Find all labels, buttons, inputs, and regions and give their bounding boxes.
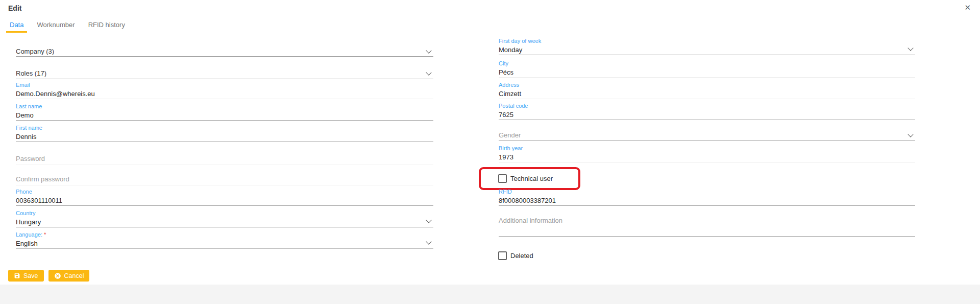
required-asterisk: *	[44, 231, 46, 238]
roles-select[interactable]: Roles (17)	[16, 70, 433, 79]
language-select[interactable]: Language: * English	[16, 231, 433, 249]
deleted-label: Deleted	[510, 252, 533, 260]
tab-worknumber[interactable]: Worknumber	[33, 19, 78, 33]
phone-input[interactable]: 0036301110011	[16, 197, 433, 204]
password-input[interactable]: Password	[16, 155, 433, 165]
footer-background	[0, 285, 980, 304]
technical-user-checkbox[interactable]	[498, 174, 507, 183]
dialog-title: Edit	[8, 4, 21, 12]
company-select-value: Company (3)	[16, 48, 433, 55]
language-select-value: English	[16, 240, 433, 247]
last-name-field[interactable]: Last name Demo	[16, 103, 433, 121]
first-name-label: First name	[16, 125, 433, 131]
cancel-button[interactable]: Cancel	[48, 270, 90, 282]
last-name-label: Last name	[16, 103, 433, 110]
gender-select-placeholder: Gender	[499, 132, 915, 139]
last-name-input[interactable]: Demo	[16, 112, 433, 119]
birth-year-input[interactable]: 1973	[499, 154, 915, 161]
email-field[interactable]: Email Demo.Dennis@whereis.eu	[16, 82, 433, 99]
city-label: City	[499, 60, 915, 67]
tab-rfid-history-label: RFID history	[88, 21, 125, 29]
edit-dialog: Edit ✕ Data Worknumber RFID history Comp…	[0, 0, 980, 304]
company-select[interactable]: Company (3)	[16, 48, 433, 57]
tab-rfid-history[interactable]: RFID history	[85, 19, 129, 33]
phone-label: Phone	[16, 189, 433, 195]
save-icon	[14, 272, 20, 279]
phone-field[interactable]: Phone 0036301110011	[16, 189, 433, 206]
technical-user-highlight: Technical user	[479, 167, 580, 190]
email-label: Email	[16, 82, 433, 88]
save-button[interactable]: Save	[8, 270, 44, 282]
tab-data[interactable]: Data	[6, 19, 27, 33]
city-input[interactable]: Pécs	[499, 69, 915, 76]
roles-select-value: Roles (17)	[16, 70, 433, 77]
language-label: Language: *	[16, 231, 433, 238]
address-field[interactable]: Address Cimzett	[499, 82, 915, 99]
first-day-of-week-select[interactable]: First day of week Monday	[499, 38, 915, 55]
cancel-button-label: Cancel	[64, 272, 84, 279]
save-button-label: Save	[23, 272, 38, 279]
deleted-row[interactable]: Deleted	[498, 251, 533, 260]
first-day-of-week-select-value: Monday	[499, 46, 915, 54]
postal-code-field[interactable]: Postal code 7625	[499, 103, 915, 120]
address-input[interactable]: Cimzett	[499, 90, 915, 98]
deleted-checkbox[interactable]	[498, 251, 507, 260]
country-select-value: Hungary	[16, 219, 433, 226]
close-icon[interactable]: ✕	[964, 3, 971, 12]
rfid-label: RFID	[499, 189, 915, 195]
tab-worknumber-label: Worknumber	[37, 21, 75, 29]
birth-year-field[interactable]: Birth year 1973	[499, 145, 915, 162]
cancel-icon	[54, 272, 61, 279]
rfid-input[interactable]: 8f00080003387201	[499, 197, 915, 204]
birth-year-label: Birth year	[499, 145, 915, 152]
first-day-of-week-label: First day of week	[499, 38, 915, 44]
address-label: Address	[499, 82, 915, 88]
tab-bar: Data Worknumber RFID history	[6, 19, 135, 33]
email-input[interactable]: Demo.Dennis@whereis.eu	[16, 90, 433, 98]
postal-code-label: Postal code	[499, 103, 915, 109]
rfid-field[interactable]: RFID 8f00080003387201	[499, 189, 915, 206]
postal-code-input[interactable]: 7625	[499, 111, 915, 119]
action-buttons: Save Cancel	[8, 270, 89, 282]
city-field[interactable]: City Pécs	[499, 60, 915, 78]
country-select[interactable]: Country Hungary	[16, 210, 433, 227]
first-name-input[interactable]: Dennis	[16, 133, 433, 141]
tab-data-label: Data	[10, 21, 23, 29]
language-label-text: Language:	[16, 231, 42, 238]
confirm-password-input[interactable]: Confirm password	[16, 176, 433, 185]
gender-select[interactable]: Gender	[499, 132, 915, 141]
first-name-field[interactable]: First name Dennis	[16, 125, 433, 142]
additional-information-input[interactable]: Additional information	[499, 217, 915, 237]
country-label: Country	[16, 210, 433, 217]
technical-user-label: Technical user	[510, 175, 553, 182]
